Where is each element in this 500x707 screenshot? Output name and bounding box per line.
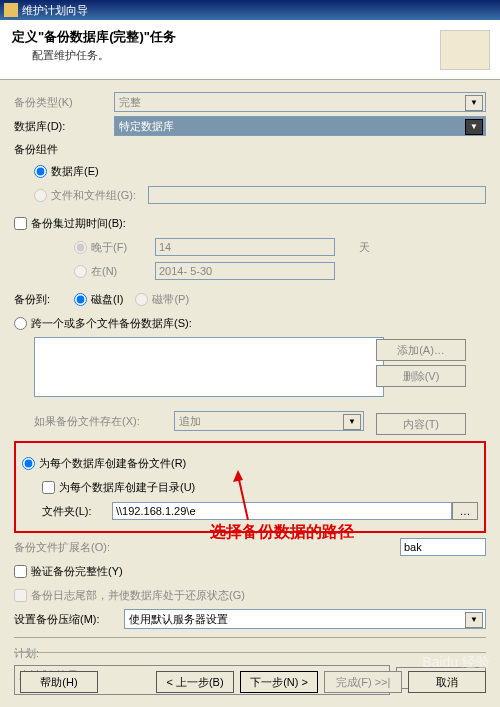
next-button[interactable]: 下一步(N) > xyxy=(240,671,318,693)
folder-label: 文件夹(L): xyxy=(42,504,112,519)
multi-file-radio[interactable]: 跨一个或多个文件备份数据库(S): xyxy=(14,313,486,333)
page-subtitle: 配置维护任务。 xyxy=(32,48,488,63)
radio-multifile[interactable] xyxy=(14,317,27,330)
page-title: 定义"备份数据库(完整)"任务 xyxy=(12,28,488,46)
radio-after xyxy=(74,241,87,254)
ext-label: 备份文件扩展名(O): xyxy=(14,540,134,555)
backup-type-label: 备份类型(K) xyxy=(14,95,114,110)
checkbox-verify[interactable] xyxy=(14,565,27,578)
expire-checkbox[interactable]: 备份集过期时间(B): xyxy=(14,213,486,233)
compress-label: 设置备份压缩(M): xyxy=(14,612,124,627)
tape-radio: 磁带(P) xyxy=(135,292,189,307)
folder-input[interactable] xyxy=(112,502,452,520)
radio-on xyxy=(74,265,87,278)
component-db-radio[interactable]: 数据库(E) xyxy=(34,161,486,181)
contents-button: 内容(T) xyxy=(376,413,466,435)
filegroup-input xyxy=(148,186,486,204)
component-filegroup-radio: 文件和文件组(G): xyxy=(34,185,486,205)
plan-label: 计划: xyxy=(14,646,486,661)
radio-filegroup xyxy=(34,189,47,202)
browse-button[interactable]: … xyxy=(452,502,478,520)
finish-button: 完成(F) >>| xyxy=(324,671,402,693)
disk-radio[interactable]: 磁盘(I) xyxy=(74,292,123,307)
titlebar: 维护计划向导 xyxy=(0,0,500,20)
content: 备份类型(K) 完整 数据库(D): 特定数据库 备份组件 数据库(E) 文件和… xyxy=(0,80,500,703)
expire-date-input xyxy=(155,262,335,280)
cancel-button[interactable]: 取消 xyxy=(408,671,486,693)
watermark: Baidu 经验 xyxy=(422,654,490,672)
expire-on-radio: 在(N) xyxy=(74,261,486,281)
checkbox-tail xyxy=(14,589,27,602)
wizard-footer: 帮助(H) < 上一步(B) 下一步(N) > 完成(F) >>| 取消 xyxy=(0,669,500,695)
subdir-checkbox[interactable]: 为每个数据库创建子目录(U) xyxy=(42,477,478,497)
remove-button: 删除(V) xyxy=(376,365,466,387)
perdb-radio[interactable]: 为每个数据库创建备份文件(R) xyxy=(22,453,478,473)
ext-input[interactable] xyxy=(400,538,486,556)
verify-checkbox[interactable]: 验证备份完整性(Y) xyxy=(14,561,486,581)
components-label: 备份组件 xyxy=(14,142,486,157)
highlighted-section: 为每个数据库创建备份文件(R) 为每个数据库创建子目录(U) 文件夹(L): … xyxy=(14,441,486,533)
compress-select[interactable]: 使用默认服务器设置 xyxy=(124,609,486,629)
add-button: 添加(A)… xyxy=(376,339,466,361)
header-image xyxy=(440,30,490,70)
tail-checkbox: 备份日志尾部，并使数据库处于还原状态(G) xyxy=(14,585,486,605)
database-label: 数据库(D): xyxy=(14,119,114,134)
help-button[interactable]: 帮助(H) xyxy=(20,671,98,693)
checkbox-expire[interactable] xyxy=(14,217,27,230)
checkbox-subdir[interactable] xyxy=(42,481,55,494)
expire-days-input xyxy=(155,238,335,256)
backup-to-label: 备份到: xyxy=(14,292,74,307)
app-icon xyxy=(4,3,18,17)
window-title: 维护计划向导 xyxy=(22,3,88,18)
overwrite-select: 追加 xyxy=(174,411,364,431)
expire-after-radio: 晚于(F) 天 xyxy=(74,237,486,257)
wizard-header: 定义"备份数据库(完整)"任务 配置维护任务。 xyxy=(0,20,500,80)
radio-perdb[interactable] xyxy=(22,457,35,470)
radio-db[interactable] xyxy=(34,165,47,178)
database-select[interactable]: 特定数据库 xyxy=(114,116,486,136)
backup-type-select: 完整 xyxy=(114,92,486,112)
back-button[interactable]: < 上一步(B) xyxy=(156,671,234,693)
files-listbox xyxy=(34,337,384,397)
overwrite-label: 如果备份文件存在(X): xyxy=(34,414,174,429)
